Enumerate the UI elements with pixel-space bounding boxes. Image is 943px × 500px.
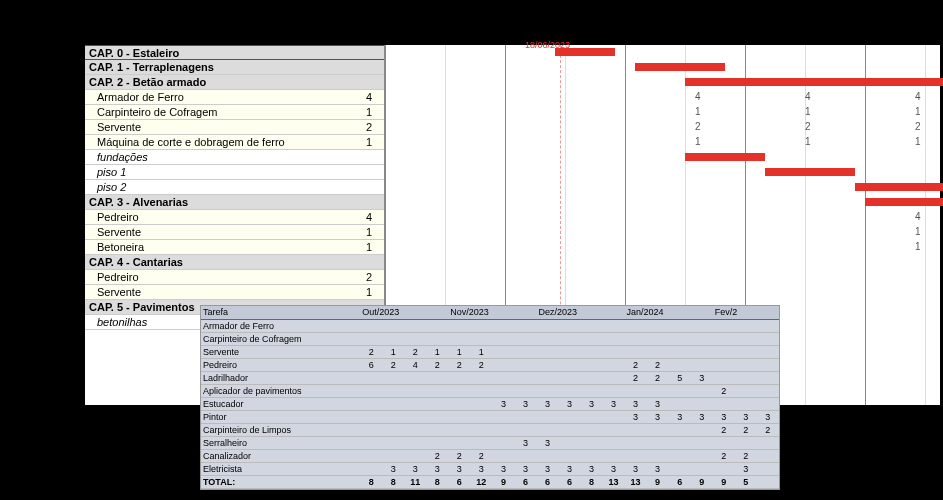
cell-value: 3 [426,462,448,475]
cell-value [735,358,757,371]
cell-value [470,384,492,397]
cell-value [448,423,470,436]
task-name: Ladrilhador [201,371,360,384]
cell-value [404,423,426,436]
cell-value: 2 [757,423,779,436]
row-label: CAP. 2 - Betão armado [89,75,384,89]
table-row: Eletricista33333333333333 [201,462,779,475]
cell-value [625,319,647,332]
row-label: Servente [97,285,354,299]
row-label: Armador de Ferro [97,90,354,104]
table-row: Ladrilhador2253 [201,371,779,384]
row-label: CAP. 3 - Alvenarias [89,195,384,209]
row-label: piso 1 [97,165,384,179]
cell-value: 6 [536,475,558,488]
cell-value [404,436,426,449]
table-row: Armador de Ferro [201,319,779,332]
cell-value [647,436,669,449]
cell-value [404,319,426,332]
cell-value: 3 [625,462,647,475]
resource-count: 4 [695,91,701,102]
cell-value: 9 [713,475,735,488]
cell-value [757,475,779,488]
cell-value: 2 [713,384,735,397]
cell-value [713,436,735,449]
cell-value: 2 [382,358,404,371]
cell-value: 3 [581,462,603,475]
gantt-row: CAP. 4 - Cantarias [85,255,384,270]
row-label: Pedreiro [97,270,354,284]
cell-value [757,345,779,358]
gantt-bar [765,168,855,176]
cell-value [603,319,625,332]
cell-value [603,449,625,462]
table-row: Pedreiro62422222 [201,358,779,371]
cell-value [647,345,669,358]
row-qty: 1 [354,105,384,119]
cell-value [470,397,492,410]
gantt-row: CAP. 1 - Terraplenagens [85,60,384,75]
task-name: TOTAL: [201,475,360,488]
cell-value [492,410,514,423]
cell-value: 2 [470,449,492,462]
cell-value: 8 [360,475,382,488]
cell-value: 3 [492,462,514,475]
gantt-bar [855,183,943,191]
cell-value: 2 [448,358,470,371]
gantt-row: Servente1 [85,225,384,240]
resource-count: 1 [915,226,921,237]
cell-value: 3 [647,410,669,423]
row-qty: 1 [354,225,384,239]
cell-value [558,423,580,436]
gantt-row: Pedreiro2 [85,270,384,285]
cell-value [382,332,404,345]
cell-value: 11 [404,475,426,488]
task-name: Pedreiro [201,358,360,371]
resource-count: 1 [695,136,701,147]
cell-value [536,319,558,332]
cell-value: 8 [581,475,603,488]
cell-value: 3 [514,397,536,410]
cell-value: 3 [735,462,757,475]
cell-value [647,332,669,345]
cell-value [581,449,603,462]
cell-value: 1 [382,345,404,358]
cell-value [713,358,735,371]
gantt-row: Armador de Ferro4 [85,90,384,105]
cell-value [603,332,625,345]
task-name: Estucador [201,397,360,410]
cell-value: 3 [713,410,735,423]
resource-count: 1 [805,106,811,117]
resource-count: 4 [805,91,811,102]
cell-value [404,384,426,397]
cell-value [735,319,757,332]
cell-value [735,436,757,449]
cell-value [360,332,382,345]
cell-value: 8 [382,475,404,488]
cell-value [426,384,448,397]
cell-value [426,319,448,332]
cell-value [603,423,625,436]
task-name: Aplicador de pavimentos [201,384,360,397]
cell-value [581,410,603,423]
cell-value [757,384,779,397]
cell-value: 9 [492,475,514,488]
cell-value [757,436,779,449]
cell-value [691,397,713,410]
cell-value [669,436,691,449]
cell-value: 3 [647,397,669,410]
cell-value [647,449,669,462]
cell-value [669,462,691,475]
cell-value: 3 [536,436,558,449]
cell-value [492,345,514,358]
task-name: Carpinteiro de Cofragem [201,332,360,345]
gantt-row: piso 1 [85,165,384,180]
cell-value: 1 [470,345,492,358]
cell-value [669,384,691,397]
table-row: Pintor3333333 [201,410,779,423]
cell-value [448,371,470,384]
resource-count: 2 [915,121,921,132]
cell-value [735,384,757,397]
cell-value: 2 [735,449,757,462]
row-qty: 1 [354,285,384,299]
